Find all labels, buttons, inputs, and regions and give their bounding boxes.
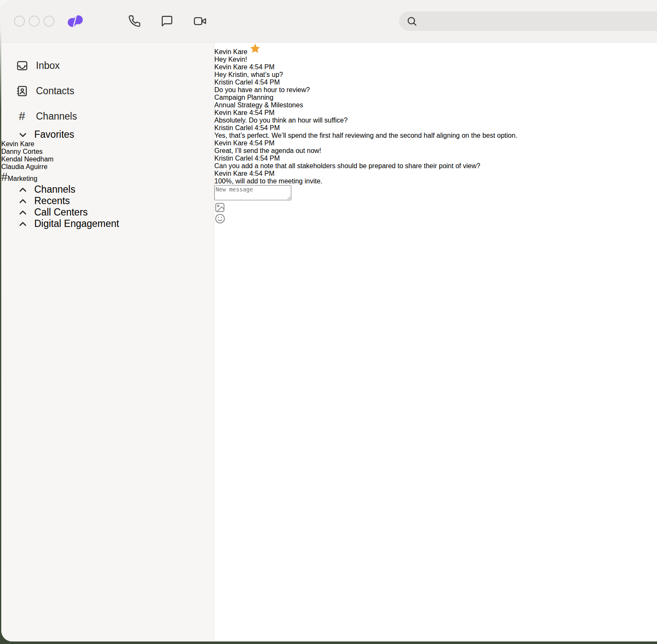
- favorites-section-header[interactable]: Favorites: [1, 129, 214, 140]
- emoji-icon[interactable]: [214, 213, 226, 224]
- message-clipped: Hey Kevin!: [214, 56, 517, 63]
- favorite-item-label: Claudia Aguirre: [1, 163, 47, 170]
- section-header-recents[interactable]: Recents: [1, 195, 214, 207]
- sidebar-item-inbox[interactable]: Inbox: [1, 53, 214, 78]
- chevron-up-icon: [17, 196, 28, 207]
- sidebar-item-label: Channels: [36, 111, 77, 122]
- hash-icon: #: [1, 175, 8, 182]
- new-message-input[interactable]: [214, 185, 291, 200]
- sidebar-item-marketing[interactable]: #Marketing: [1, 171, 214, 184]
- sidebar-item-claudia-aguirre[interactable]: Claudia Aguirre: [1, 163, 214, 171]
- message-text: Hey Kristin, what’s up?: [214, 71, 517, 79]
- sidebar-item-label: Contacts: [36, 85, 74, 97]
- message-timestamp: 4:54 PM: [255, 79, 280, 86]
- topbar-actions: [128, 15, 207, 27]
- message-author: Kristin Carlel: [214, 155, 253, 162]
- video-icon[interactable]: [193, 15, 207, 27]
- search-bar[interactable]: [399, 11, 657, 31]
- app-window: Inbox Contacts # Channels Favorites Kevi…: [1, 0, 657, 641]
- search-icon: [406, 16, 417, 27]
- sidebar-item-kendal-needham[interactable]: Kendal Needham: [1, 156, 214, 163]
- dialpad-logo: [66, 12, 85, 30]
- chevron-down-icon: [17, 129, 28, 140]
- composer-toolbar: [214, 202, 517, 224]
- message: Kristin Carlel 4:54 PM Can you add a not…: [214, 155, 517, 170]
- message-author: Kristin Carlel: [214, 124, 253, 131]
- chevron-up-icon: [17, 184, 28, 195]
- hash-icon: #: [16, 110, 28, 123]
- sidebar-item-danny-cortes[interactable]: Danny Cortes: [1, 148, 214, 156]
- section-label: Digital Engagement: [34, 218, 119, 229]
- attachment-title: Campaign Planning: [214, 94, 517, 101]
- window-controls: [14, 16, 55, 27]
- sidebar-item-channels[interactable]: # Channels: [1, 104, 214, 129]
- attachment-campaign-planning[interactable]: Campaign Planning Annual Strategy & Mile…: [214, 94, 517, 109]
- favorite-item-label: Marketing: [8, 175, 37, 182]
- window-zoom-button[interactable]: [44, 16, 55, 27]
- message-timestamp: 4:54 PM: [249, 63, 275, 71]
- conversation-title: Kevin Kare: [214, 48, 247, 55]
- sidebar-item-label: Inbox: [36, 60, 60, 71]
- message-author: Kevin Kare: [214, 109, 247, 116]
- message: Kevin Kare 4:54 PM Great, I’ll send the …: [214, 139, 517, 155]
- favorite-item-label: Kendal Needham: [1, 156, 54, 163]
- main-layout: Inbox Contacts # Channels Favorites Kevi…: [1, 43, 657, 641]
- message-list: Hey Kevin! Kevin Kare 4:54 PM Hey Kristi…: [214, 56, 517, 185]
- window-minimize-button[interactable]: [29, 16, 40, 27]
- message-timestamp: 4:54 PM: [249, 139, 275, 147]
- contacts-icon: [16, 85, 28, 97]
- sidebar-sections: Channels Recents Call Centers Digital En…: [1, 184, 214, 229]
- message-timestamp: 4:54 PM: [255, 124, 280, 131]
- message-composer: [214, 185, 517, 224]
- search-input[interactable]: [422, 15, 657, 27]
- message-timestamp: 4:54 PM: [249, 170, 275, 177]
- favorites-label: Favorites: [34, 129, 74, 140]
- section-header-channels[interactable]: Channels: [1, 184, 214, 195]
- section-header-call-centers[interactable]: Call Centers: [1, 207, 214, 218]
- message: Kristin Carlel 4:54 PM Do you have an ho…: [214, 79, 517, 109]
- inbox-icon: [16, 60, 28, 72]
- message-text: 100%, will add to the meeting invite.: [214, 177, 517, 185]
- message: Kevin Kare 4:54 PM 100%, will add to the…: [214, 170, 517, 185]
- favorite-star-icon[interactable]: [249, 48, 261, 55]
- window-titlebar: [1, 0, 657, 43]
- message: Kevin Kare 4:54 PM Hey Kristin, what’s u…: [214, 63, 517, 79]
- message-text: Absolutely. Do you think an hour will su…: [214, 117, 517, 124]
- favorite-item-label: Danny Cortes: [1, 148, 43, 155]
- message-timestamp: 4:54 PM: [249, 109, 275, 116]
- sidebar-item-contacts[interactable]: Contacts: [1, 78, 214, 104]
- message-text: Hey Kevin!: [214, 56, 517, 63]
- message-author: Kristin Carlel: [214, 79, 253, 86]
- message-text: Great, I’ll send the agenda out now!: [214, 147, 517, 155]
- section-label: Recents: [34, 195, 70, 207]
- attachment-subtitle: Annual Strategy & Milestones: [214, 101, 517, 109]
- chevron-up-icon: [17, 207, 28, 218]
- favorites-list: Kevin Kare Danny Cortes Kendal Needham C…: [1, 140, 214, 184]
- section-header-digital-engagement[interactable]: Digital Engagement: [1, 218, 214, 229]
- chat-icon[interactable]: [161, 15, 173, 27]
- message: Kevin Kare 4:54 PM Absolutely. Do you th…: [214, 109, 517, 124]
- window-close-button[interactable]: [14, 16, 25, 27]
- conversation-pane: Kevin Kare Hey Kevin! Kev: [214, 43, 517, 641]
- message-text: Do you have an hour to review?: [214, 86, 517, 94]
- message-timestamp: 4:54 PM: [255, 155, 280, 162]
- message: Kristin Carlel 4:54 PM Yes, that’s perfe…: [214, 124, 517, 139]
- favorite-item-label: Kevin Kare: [1, 140, 34, 147]
- message-author: Kevin Kare: [214, 170, 247, 177]
- section-label: Channels: [34, 184, 75, 195]
- image-icon[interactable]: [214, 202, 225, 213]
- message-text: Yes, that’s perfect. We’ll spend the fir…: [214, 132, 517, 139]
- section-label: Call Centers: [34, 207, 88, 218]
- message-author: Kevin Kare: [214, 139, 247, 147]
- message-text: Can you add a note that all stakeholders…: [214, 162, 517, 170]
- sidebar-item-kevin-kare[interactable]: Kevin Kare: [1, 140, 214, 148]
- message-author: Kevin Kare: [214, 63, 247, 71]
- sidebar: Inbox Contacts # Channels Favorites Kevi…: [1, 43, 214, 641]
- phone-icon[interactable]: [128, 15, 141, 27]
- sidebar-nav: Inbox Contacts # Channels: [1, 53, 214, 129]
- conversation-header: Kevin Kare: [214, 43, 517, 56]
- chevron-up-icon: [17, 218, 28, 229]
